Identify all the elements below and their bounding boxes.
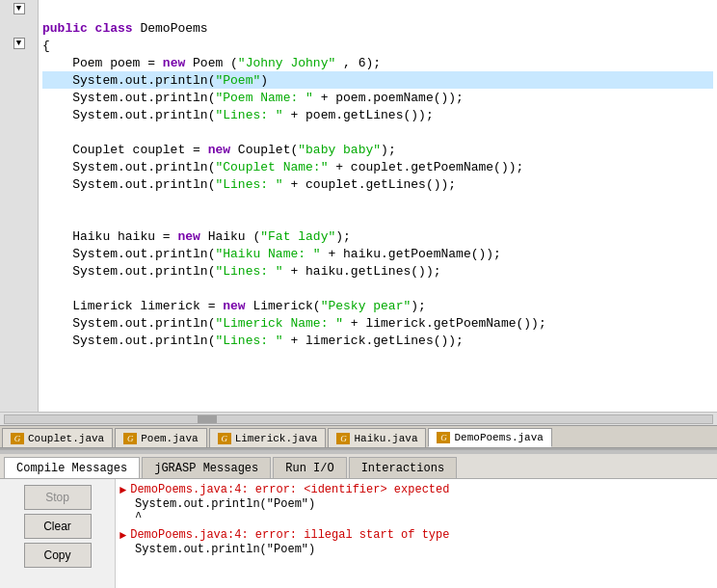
tab-label: Couplet.java (28, 433, 104, 444)
code-text: ); (335, 229, 351, 244)
keyword: class (95, 21, 141, 36)
code-text: System.out.println( (42, 108, 215, 122)
code-line: public class DemoPoems (42, 19, 713, 37)
string-literal: "Fat lady" (260, 229, 335, 244)
code-text: ); (381, 143, 396, 157)
code-text: ); (411, 299, 426, 313)
error-message-1: DemoPoems.java:4: error: <identifier> ex… (130, 483, 449, 496)
stop-button[interactable]: Stop (24, 485, 92, 510)
code-text: System.out.println( (42, 247, 215, 261)
error-header-1: ► DemoPoems.java:4: error: <identifier> … (120, 483, 713, 497)
tab-limerick-java[interactable]: G Limerick.java (209, 428, 327, 447)
error-message-2: DemoPoems.java:4: error: illegal start o… (130, 528, 449, 542)
scroll-thumb[interactable] (198, 415, 217, 423)
error-detail-2: System.out.println("Poem") (135, 543, 713, 556)
error-detail-1: System.out.println("Poem") (135, 497, 713, 511)
code-line: System.out.println("Poem Name: " + poem.… (42, 89, 713, 106)
code-line: System.out.println("Lines: " + couplet.g… (42, 175, 713, 193)
tab-demopoems-java[interactable]: G DemoPoems.java (428, 428, 551, 447)
code-line: System.out.println("Lines: " + poem.getL… (42, 106, 713, 123)
error-caret-1: ^ (135, 511, 713, 524)
code-text: Limerick( (246, 299, 321, 313)
tab-compile-messages[interactable]: Compile Messages (4, 457, 140, 478)
clear-button[interactable]: Clear (24, 514, 92, 539)
code-line (42, 349, 713, 366)
code-text: Haiku haiku = (42, 229, 177, 244)
code-text: System.out.println( (42, 73, 215, 88)
code-text: + haiku.getLines()); (283, 264, 441, 279)
tab-poem-java[interactable]: G Poem.java (115, 428, 206, 447)
panel-tabs: Compile Messages jGRASP Messages Run I/O… (0, 454, 717, 479)
string-literal: "Pesky pear" (321, 299, 412, 313)
code-text: + couplet.getLines()); (283, 177, 456, 192)
code-text: Poem poem = (42, 56, 163, 70)
copy-button[interactable]: Copy (24, 543, 92, 568)
code-line (42, 193, 713, 210)
gutter-collapse-2[interactable]: ▼ (0, 35, 38, 52)
horizontal-scrollbar[interactable] (0, 412, 717, 425)
code-line: System.out.println("Limerick Name: " + l… (42, 314, 713, 332)
keyword: new (223, 299, 245, 313)
code-text: ) (260, 73, 268, 88)
code-text: System.out.println( (42, 316, 215, 331)
error-arrow-icon: ► (120, 529, 126, 543)
code-editor[interactable]: public class DemoPoems { Poem poem = new… (39, 0, 717, 412)
code-line: System.out.println("Lines: " + haiku.get… (42, 262, 713, 280)
tab-label: Poem.java (141, 433, 198, 444)
panel-body: Stop Clear Copy ► DemoPoems.java:4: erro… (0, 479, 717, 588)
string-literal: "Lines: " (215, 177, 282, 192)
code-line (42, 366, 713, 384)
code-line (42, 401, 713, 412)
java-file-icon: G (218, 433, 231, 444)
code-text: + poem.getLines()); (283, 108, 434, 122)
code-text: + couplet.getPoemName()); (328, 160, 523, 174)
code-line: Couplet couplet = new Couplet("baby baby… (42, 141, 713, 158)
keyword: new (163, 56, 185, 70)
tab-run-io[interactable]: Run I/O (273, 457, 346, 478)
string-literal: "Poem" (215, 73, 260, 88)
error-arrow-icon: ► (120, 484, 126, 497)
code-line: System.out.println("Lines: " + limerick.… (42, 332, 713, 349)
panel-buttons: Stop Clear Copy (0, 479, 116, 588)
gutter-collapse-1[interactable]: ▼ (0, 0, 38, 17)
string-literal: "Lines: " (215, 264, 282, 279)
code-line: { (42, 37, 713, 54)
editor-area: ▼ ▼ public class DemoPoems { Poem poem =… (0, 0, 717, 412)
java-file-icon: G (11, 433, 24, 444)
tab-label: Compile Messages (16, 462, 127, 475)
code-text: System.out.println( (42, 91, 215, 105)
left-gutter: ▼ ▼ (0, 0, 39, 412)
scroll-track[interactable] (4, 414, 713, 424)
tab-couplet-java[interactable]: G Couplet.java (2, 428, 113, 447)
code-text: { (42, 39, 50, 53)
code-text: Limerick limerick = (42, 299, 223, 313)
java-file-icon: G (336, 433, 350, 444)
code-line (42, 2, 713, 19)
main-container: ▼ ▼ public class DemoPoems { Poem poem =… (0, 0, 717, 588)
string-literal: "Lines: " (215, 108, 282, 122)
code-text: System.out.println( (42, 264, 215, 279)
string-literal: "Poem Name: " (215, 91, 312, 105)
tab-interactions[interactable]: Interactions (349, 457, 457, 478)
tab-haiku-java[interactable]: G Haiku.java (328, 428, 426, 447)
tab-jgrasp-messages[interactable]: jGRASP Messages (142, 457, 271, 478)
code-text: System.out.println( (42, 334, 215, 348)
string-literal: "Johny Johny" (238, 56, 335, 70)
string-literal: "Haiku Name: " (215, 247, 320, 261)
code-line: System.out.println("Couplet Name:" + cou… (42, 158, 713, 175)
java-file-icon: G (437, 432, 450, 443)
string-literal: "Couplet Name:" (215, 160, 328, 174)
collapse-icon-2[interactable]: ▼ (13, 38, 25, 49)
code-text: + poem.poemName()); (313, 91, 464, 105)
tab-label: Run I/O (285, 462, 333, 475)
java-file-icon: G (123, 433, 137, 444)
bottom-panel: Compile Messages jGRASP Messages Run I/O… (0, 448, 717, 588)
code-line (42, 210, 713, 227)
collapse-icon-1[interactable]: ▼ (13, 3, 25, 14)
code-text: Poem ( (185, 56, 238, 70)
code-text: + limerick.getLines()); (283, 334, 464, 348)
code-line (42, 280, 713, 297)
tab-label: Limerick.java (235, 433, 318, 444)
code-text: + haiku.getPoemName()); (321, 247, 501, 261)
code-text: System.out.println( (42, 177, 215, 192)
